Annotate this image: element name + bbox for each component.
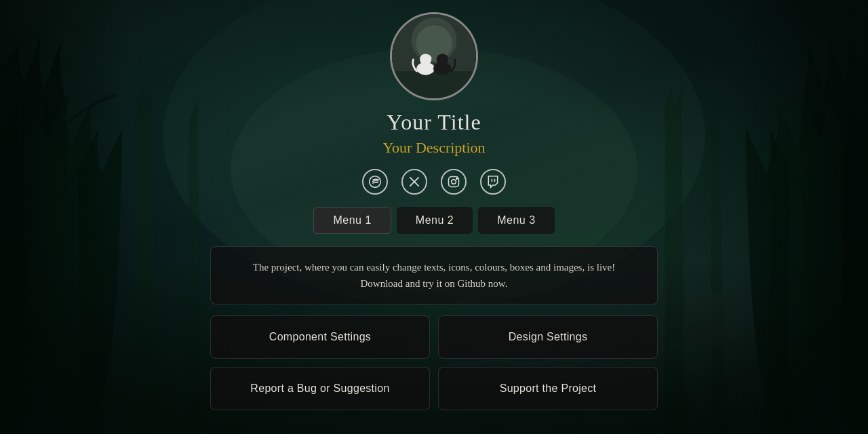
nav-menu-1[interactable]: Menu 1	[313, 207, 391, 234]
svg-point-23	[456, 178, 458, 180]
info-box: The project, where you can easily change…	[210, 246, 658, 304]
svg-point-20	[370, 176, 381, 188]
component-settings-button[interactable]: Component Settings	[210, 315, 430, 359]
design-settings-button[interactable]: Design Settings	[438, 315, 658, 359]
page-title: Your Title	[387, 110, 481, 135]
nav-menu-3[interactable]: Menu 3	[478, 207, 554, 234]
page-description: Your Description	[382, 139, 485, 157]
svg-point-22	[452, 180, 456, 184]
twitch-icon[interactable]	[480, 169, 506, 195]
social-icons-row	[362, 169, 506, 195]
info-text: The project, where you can easily change…	[253, 262, 615, 289]
x-twitter-icon[interactable]	[401, 169, 427, 195]
action-grid: Component Settings Design Settings Repor…	[210, 315, 658, 410]
spotify-icon[interactable]	[362, 169, 388, 195]
avatar	[390, 12, 478, 100]
svg-rect-11	[392, 71, 476, 98]
nav-menu-2[interactable]: Menu 2	[397, 207, 473, 234]
instagram-icon[interactable]	[441, 169, 467, 195]
report-bug-button[interactable]: Report a Bug or Suggestion	[210, 367, 430, 410]
nav-buttons-row: Menu 1 Menu 2 Menu 3	[313, 207, 554, 234]
support-project-button[interactable]: Support the Project	[438, 367, 658, 410]
